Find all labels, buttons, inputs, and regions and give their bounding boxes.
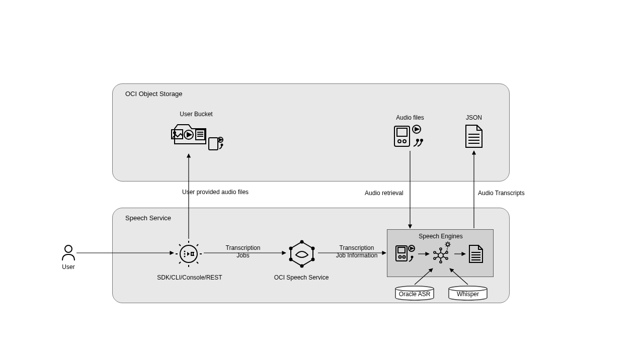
oci-speech-label: OCI Speech Service	[269, 274, 334, 282]
sdk-cli-label: SDK/CLI/Console/REST	[152, 274, 227, 282]
svg-rect-7	[209, 138, 218, 150]
svg-point-34	[301, 265, 303, 267]
service-panel-title: Speech Service	[125, 214, 171, 222]
user-label: User	[56, 263, 80, 271]
svg-point-32	[312, 247, 314, 250]
diagram-stage: OCI Object Storage Speech Service Speech…	[0, 0, 644, 362]
svg-rect-11	[397, 128, 407, 136]
svg-point-33	[312, 258, 314, 261]
document-small-icon	[468, 244, 484, 264]
svg-point-16	[421, 139, 423, 141]
gear-icon	[175, 240, 203, 268]
svg-point-31	[301, 241, 303, 243]
svg-point-40	[403, 256, 406, 258]
svg-point-36	[290, 247, 292, 250]
svg-point-43	[446, 243, 449, 246]
svg-line-51	[449, 242, 450, 243]
svg-point-13	[403, 140, 406, 143]
engines-panel-title: Speech Engines	[387, 233, 494, 240]
whisper-db: Whisper	[448, 286, 488, 301]
svg-point-42	[412, 256, 413, 258]
svg-line-49	[449, 246, 450, 247]
oracle-asr-text: Oracle ASR	[399, 291, 431, 298]
svg-rect-29	[191, 255, 194, 256]
document-icon	[464, 124, 484, 149]
storage-panel-title: OCI Object Storage	[125, 90, 182, 98]
audio-retrieval-label: Audio retrieval	[365, 190, 425, 197]
audio-device-icon	[393, 124, 424, 149]
svg-point-23	[184, 253, 186, 255]
svg-point-54	[434, 251, 436, 253]
user-provided-label: User provided audio files	[182, 189, 263, 196]
oracle-asr-db: Oracle ASR	[394, 286, 435, 301]
svg-line-63	[443, 256, 446, 258]
audio-small-icon	[395, 244, 416, 264]
svg-point-53	[440, 248, 442, 250]
load-balancer-icon	[288, 240, 316, 268]
transcription-info-label: Transcription Job Information	[329, 244, 384, 259]
svg-point-58	[446, 251, 448, 253]
svg-line-50	[446, 246, 447, 247]
svg-point-24	[184, 251, 186, 252]
whisper-text: Whisper	[457, 291, 479, 298]
svg-rect-38	[398, 247, 405, 253]
svg-marker-30	[291, 242, 313, 266]
transcription-jobs-label: Transcription Jobs	[218, 244, 268, 259]
svg-line-60	[436, 253, 439, 254]
audio-files-label: Audio files	[390, 114, 430, 122]
svg-point-15	[417, 139, 419, 141]
svg-line-65	[447, 246, 448, 251]
audio-transcripts-label: Audio Transcripts	[478, 190, 543, 197]
svg-line-61	[436, 256, 439, 258]
svg-line-64	[443, 253, 446, 254]
svg-point-57	[446, 257, 448, 259]
svg-rect-28	[191, 252, 194, 253]
svg-point-12	[398, 140, 401, 143]
svg-point-56	[440, 261, 442, 263]
svg-point-35	[290, 258, 292, 261]
svg-point-55	[434, 257, 436, 259]
svg-point-25	[184, 256, 186, 257]
svg-point-39	[399, 256, 401, 258]
json-label: JSON	[459, 114, 489, 122]
svg-point-9	[221, 144, 223, 146]
svg-line-48	[446, 242, 447, 243]
media-folder-icon	[171, 121, 226, 153]
svg-point-52	[438, 253, 443, 258]
user-icon	[61, 244, 75, 261]
user-bucket-label: User Bucket	[169, 111, 224, 118]
ai-network-icon	[432, 241, 453, 264]
svg-point-21	[65, 245, 72, 252]
